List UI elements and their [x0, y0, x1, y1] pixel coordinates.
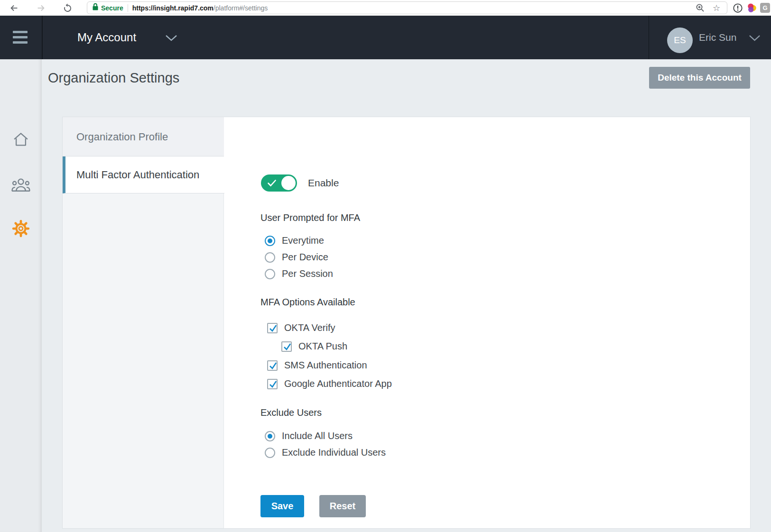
account-switcher[interactable]: My Account: [77, 16, 136, 59]
checkbox-icon: [267, 360, 278, 371]
checkbox-label: OKTA Push: [298, 341, 347, 352]
secure-label: Secure: [101, 4, 123, 12]
checkbox-icon: [267, 323, 278, 333]
radio-icon: [265, 252, 275, 263]
url-scheme: https://: [132, 4, 155, 12]
tab-organization-profile[interactable]: Organization Profile: [63, 117, 224, 156]
user-menu-chevron-down-icon[interactable]: [748, 34, 761, 44]
zoom-page-icon[interactable]: [695, 2, 706, 14]
radio-label: Per Session: [282, 268, 333, 279]
toggle-knob: [281, 176, 296, 190]
sidebar-item-home[interactable]: [0, 131, 42, 149]
radio-label: Exclude Individual Users: [282, 447, 386, 458]
radio-per-device[interactable]: Per Device: [265, 252, 328, 263]
screen: Secure https://insight.rapid7.com/platfo…: [0, 0, 771, 532]
avatar[interactable]: ES: [667, 28, 693, 53]
checkbox-okta-push[interactable]: OKTA Push: [281, 341, 347, 352]
header-divider-right: [649, 16, 649, 59]
url-bar[interactable]: Secure https://insight.rapid7.com/platfo…: [87, 1, 727, 14]
delete-account-button[interactable]: Delete this Account: [649, 67, 750, 89]
lock-icon: [92, 3, 99, 13]
colorful-extension-icon[interactable]: [746, 2, 757, 13]
settings-card: Organization Profile Multi Factor Authen…: [62, 117, 751, 529]
page-title: Organization Settings: [48, 70, 179, 86]
radio-icon: [265, 236, 275, 246]
radio-icon: [265, 269, 275, 279]
url-host: insight.rapid7.com: [154, 4, 213, 12]
radio-icon: [265, 431, 275, 441]
checkbox-okta-verify[interactable]: OKTA Verify: [267, 322, 335, 333]
radio-label: Everytime: [282, 235, 324, 246]
g-extension-icon[interactable]: G: [760, 2, 771, 13]
sidebar-item-users[interactable]: [0, 177, 42, 195]
browser-chrome: Secure https://insight.rapid7.com/platfo…: [0, 0, 771, 16]
radio-per-session[interactable]: Per Session: [265, 268, 333, 279]
checkbox-label: Google Authenticator App: [284, 378, 392, 389]
home-icon: [12, 131, 30, 149]
checkbox-icon: [281, 341, 292, 352]
hamburger-menu-icon[interactable]: [13, 31, 28, 44]
checkbox-label: SMS Authentication: [284, 360, 367, 371]
reload-icon[interactable]: [61, 2, 74, 14]
reset-button[interactable]: Reset: [319, 495, 366, 517]
gear-icon: [12, 220, 30, 239]
g-extension-letter: G: [760, 3, 770, 13]
sidebar-item-settings[interactable]: [0, 220, 42, 239]
checkbox-label: OKTA Verify: [284, 322, 335, 333]
checkbox-google-authenticator[interactable]: Google Authenticator App: [267, 378, 392, 389]
app-header: My Account ES Eric Sun: [0, 16, 771, 59]
toggle-check-icon: [267, 179, 277, 187]
url-divider: [128, 4, 128, 12]
user-name: Eric Sun: [699, 16, 736, 59]
radio-everytime[interactable]: Everytime: [265, 235, 324, 246]
users-icon: [11, 177, 30, 195]
exclude-users-heading: Exclude Users: [260, 407, 322, 418]
enable-toggle[interactable]: [261, 174, 297, 192]
forward-icon[interactable]: [35, 2, 47, 14]
bookmark-star-icon[interactable]: ☆: [711, 2, 722, 14]
radio-label: Per Device: [282, 252, 328, 263]
save-button[interactable]: Save: [260, 495, 304, 517]
header-divider-left: [42, 16, 43, 59]
back-icon[interactable]: [8, 2, 20, 14]
avatar-initials: ES: [674, 35, 686, 46]
mfa-options-heading: MFA Options Available: [260, 297, 355, 308]
alert-extension-icon[interactable]: [732, 2, 743, 13]
checkbox-sms-authentication[interactable]: SMS Authentication: [267, 360, 367, 371]
tab-multi-factor-authentication[interactable]: Multi Factor Authentication: [63, 156, 224, 193]
sidebar: [0, 59, 42, 532]
account-chevron-down-icon[interactable]: [165, 34, 178, 44]
url-path: /platform#/settings: [214, 4, 268, 12]
radio-icon: [265, 448, 275, 458]
user-prompted-heading: User Prompted for MFA: [260, 212, 360, 223]
radio-label: Include All Users: [282, 431, 353, 441]
checkbox-icon: [267, 379, 278, 389]
radio-include-all-users[interactable]: Include All Users: [265, 431, 353, 441]
enable-label: Enable: [308, 174, 339, 192]
radio-exclude-individual-users[interactable]: Exclude Individual Users: [265, 447, 386, 458]
url-text: https://insight.rapid7.com/platform#/set…: [132, 4, 268, 12]
